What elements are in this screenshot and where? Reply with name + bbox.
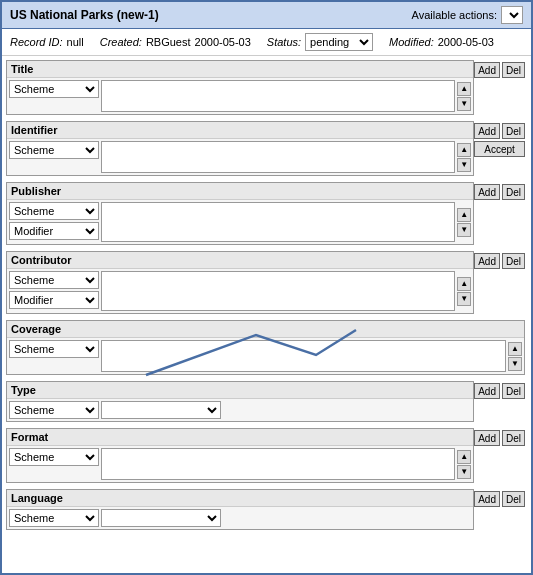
format-scroll-col: ▲ ▼ — [457, 450, 471, 479]
format-add-btn[interactable]: Add — [474, 430, 500, 446]
record-id-item: Record ID: null — [10, 36, 84, 48]
identifier-input-area: ▲ ▼ — [101, 141, 471, 173]
identifier-input-row: ▲ ▼ — [101, 141, 471, 173]
type-input-area — [101, 401, 471, 419]
coverage-textarea[interactable] — [101, 340, 506, 372]
publisher-add-btn[interactable]: Add — [474, 184, 500, 200]
identifier-scheme-select[interactable]: Scheme — [9, 141, 99, 159]
type-section: Type Scheme — [6, 381, 474, 422]
contributor-add-btn[interactable]: Add — [474, 253, 500, 269]
contributor-action-btns: Add Del — [474, 251, 527, 317]
format-input-area: ▲ ▼ — [101, 448, 471, 480]
publisher-action-btns: Add Del — [474, 182, 527, 248]
type-body: Scheme — [7, 399, 473, 421]
language-body: Scheme — [7, 507, 473, 529]
identifier-del-btn[interactable]: Del — [502, 123, 525, 139]
contributor-textarea[interactable] — [101, 271, 455, 311]
language-section: Language Scheme — [6, 489, 474, 530]
language-action-btns: Add Del — [474, 489, 527, 533]
format-textarea[interactable] — [101, 448, 455, 480]
contributor-scheme-select[interactable]: Scheme — [9, 271, 99, 289]
coverage-scroll-up[interactable]: ▲ — [508, 342, 522, 356]
coverage-scroll-col: ▲ ▼ — [508, 342, 522, 371]
actions-area: Available actions: — [412, 6, 523, 24]
modified-item: Modified: 2000-05-03 — [389, 36, 494, 48]
title-header: Title — [7, 61, 473, 78]
identifier-controls: Scheme — [9, 141, 99, 173]
format-add-del: Add Del — [474, 430, 525, 446]
format-scroll-up[interactable]: ▲ — [457, 450, 471, 464]
identifier-header: Identifier — [7, 122, 473, 139]
format-scroll-down[interactable]: ▼ — [457, 465, 471, 479]
type-add-btn[interactable]: Add — [474, 383, 500, 399]
title-scroll-col: ▲ ▼ — [457, 82, 471, 111]
identifier-textarea[interactable] — [101, 141, 455, 173]
modified-date: 2000-05-03 — [438, 36, 494, 48]
title-controls: Scheme — [9, 80, 99, 112]
type-header: Type — [7, 382, 473, 399]
title-textarea[interactable] — [101, 80, 455, 112]
actions-select[interactable] — [501, 6, 523, 24]
coverage-input-area: ▲ ▼ — [101, 340, 522, 372]
language-header: Language — [7, 490, 473, 507]
type-action-btns: Add Del — [474, 381, 527, 425]
meta-bar: Record ID: null Created: RBGuest 2000-05… — [2, 29, 531, 56]
identifier-section-wrapper: Identifier Scheme ▲ ▼ — [6, 121, 527, 179]
publisher-input-area: ▲ ▼ — [101, 202, 471, 242]
coverage-scroll-down[interactable]: ▼ — [508, 357, 522, 371]
status-label: Status: — [267, 36, 301, 48]
format-body: Scheme ▲ ▼ — [7, 446, 473, 482]
format-section-wrapper: Format Scheme ▲ ▼ — [6, 428, 527, 486]
created-user: RBGuest — [146, 36, 191, 48]
publisher-header: Publisher — [7, 183, 473, 200]
contributor-scroll-down[interactable]: ▼ — [457, 292, 471, 306]
type-value-select[interactable] — [101, 401, 221, 419]
language-add-btn[interactable]: Add — [474, 491, 500, 507]
format-section: Format Scheme ▲ ▼ — [6, 428, 474, 483]
contributor-scroll-up[interactable]: ▲ — [457, 277, 471, 291]
title-section-wrapper: Title Scheme ▲ ▼ — [6, 60, 527, 118]
created-item: Created: RBGuest 2000-05-03 — [100, 36, 251, 48]
contributor-controls: Scheme Modifier — [9, 271, 99, 311]
identifier-scroll-up[interactable]: ▲ — [457, 143, 471, 157]
coverage-section-wrapper: Coverage Scheme ▲ ▼ — [6, 320, 527, 378]
publisher-scroll-down[interactable]: ▼ — [457, 223, 471, 237]
type-add-del: Add Del — [474, 383, 525, 399]
type-scheme-select[interactable]: Scheme — [9, 401, 99, 419]
coverage-section: Coverage Scheme ▲ ▼ — [6, 320, 525, 375]
language-scheme-select[interactable]: Scheme — [9, 509, 99, 527]
identifier-add-del: Add Del — [474, 123, 525, 139]
identifier-accept-btn[interactable]: Accept — [474, 141, 525, 157]
format-del-btn[interactable]: Del — [502, 430, 525, 446]
contributor-del-btn[interactable]: Del — [502, 253, 525, 269]
type-del-btn[interactable]: Del — [502, 383, 525, 399]
title-del-btn[interactable]: Del — [502, 62, 525, 78]
language-del-btn[interactable]: Del — [502, 491, 525, 507]
format-scheme-select[interactable]: Scheme — [9, 448, 99, 466]
format-action-btns: Add Del — [474, 428, 527, 486]
status-select[interactable]: pending approved rejected — [305, 33, 373, 51]
modified-label: Modified: — [389, 36, 434, 48]
publisher-add-del: Add Del — [474, 184, 525, 200]
status-item: Status: pending approved rejected — [267, 33, 373, 51]
language-section-wrapper: Language Scheme Add Del — [6, 489, 527, 533]
format-controls: Scheme — [9, 448, 99, 480]
title-body: Scheme ▲ ▼ — [7, 78, 473, 114]
title-add-btn[interactable]: Add — [474, 62, 500, 78]
language-value-select[interactable] — [101, 509, 221, 527]
created-label: Created: — [100, 36, 142, 48]
title-scheme-select[interactable]: Scheme — [9, 80, 99, 98]
title-scroll-up[interactable]: ▲ — [457, 82, 471, 96]
coverage-scheme-select[interactable]: Scheme — [9, 340, 99, 358]
title-scroll-down[interactable]: ▼ — [457, 97, 471, 111]
contributor-input-area: ▲ ▼ — [101, 271, 471, 311]
publisher-del-btn[interactable]: Del — [502, 184, 525, 200]
identifier-add-btn[interactable]: Add — [474, 123, 500, 139]
publisher-scheme-select[interactable]: Scheme — [9, 202, 99, 220]
publisher-modifier-select[interactable]: Modifier — [9, 222, 99, 240]
publisher-scroll-up[interactable]: ▲ — [457, 208, 471, 222]
contributor-modifier-select[interactable]: Modifier — [9, 291, 99, 309]
coverage-body: Scheme ▲ ▼ — [7, 338, 524, 374]
publisher-textarea[interactable] — [101, 202, 455, 242]
identifier-scroll-down[interactable]: ▼ — [457, 158, 471, 172]
